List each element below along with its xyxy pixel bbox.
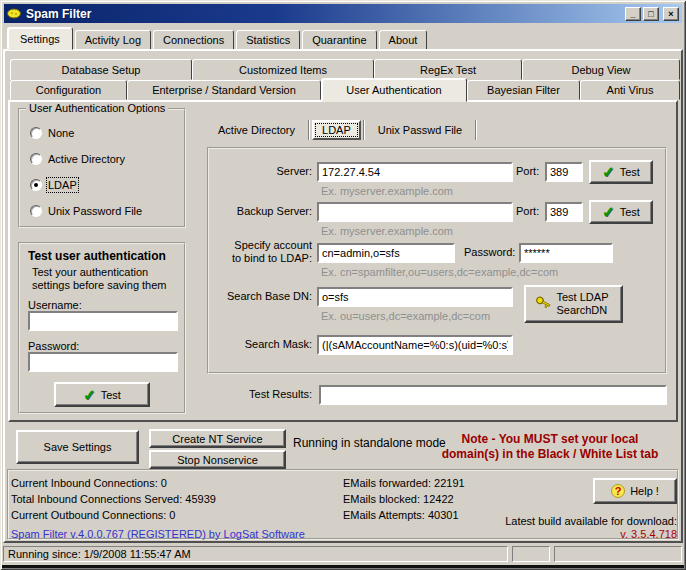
auth-options-title: User Authentication Options [26, 102, 168, 114]
statusbar-panel-3 [554, 546, 682, 562]
search-mask-label: Search Mask: [209, 338, 312, 350]
backup-server-field[interactable] [317, 202, 513, 222]
emails-forwarded: EMails forwarded: 22191 [343, 477, 465, 489]
ldap-form: Server: Port: ✓ Test Ex. myserver.exampl… [207, 147, 667, 374]
window-controls: _ □ × [625, 7, 679, 21]
maximize-icon[interactable]: □ [643, 7, 659, 21]
backup-server-label: Backup Server: [209, 205, 312, 217]
current-inbound-connections: Current Inbound Connections: 0 [11, 477, 167, 489]
tab-about[interactable]: About [379, 30, 428, 50]
tab-unix-passwd-file[interactable]: Unix Passwd File [367, 124, 473, 136]
minimize-icon[interactable]: _ [625, 7, 641, 21]
tab-customized-items[interactable]: Customized Items [192, 59, 374, 80]
check-icon: ✓ [602, 166, 615, 178]
current-outbound-connections: Current Outbound Connections: 0 [11, 509, 176, 521]
statusbar-running-since: Running since: 1/9/2008 11:55:47 AM [3, 546, 508, 562]
tab-anti-virus[interactable]: Anti Virus [580, 80, 680, 100]
username-field[interactable] [28, 311, 178, 331]
test-results-field[interactable] [319, 385, 667, 405]
tab-active-directory[interactable]: Active Directory [207, 124, 306, 136]
sub-tab-row-front: Configuration Enterprise / Standard Vers… [10, 80, 680, 100]
latest-build-version: v. 3.5.4.718 [385, 528, 677, 540]
test-auth-description: Test your authentication settings before… [32, 266, 182, 292]
auth-option-ldap[interactable]: LDAP [30, 178, 77, 192]
backup-port-field[interactable] [545, 202, 583, 222]
tab-activity-log[interactable]: Activity Log [75, 30, 151, 50]
main-tab-bar: Settings Activity Log Connections Statis… [7, 27, 427, 50]
tab-ldap[interactable]: LDAP [312, 120, 361, 140]
search-base-dn-field[interactable] [317, 287, 513, 307]
server-port-label: Port: [516, 165, 539, 177]
emails-blocked: EMails blocked: 12422 [343, 493, 454, 505]
server-field[interactable] [317, 162, 513, 182]
radio-icon [30, 153, 42, 165]
bind-account-label-line2: to bind to LDAP: [209, 252, 312, 264]
registered-version-text: Spam Filter v.4.0.0.767 (REGISTERED) by … [11, 528, 305, 540]
close-icon[interactable]: × [663, 7, 679, 21]
window-title: Spam Filter [26, 7, 625, 21]
tab-database-setup[interactable]: Database Setup [10, 59, 192, 80]
divider [363, 120, 365, 140]
tab-statistics[interactable]: Statistics [236, 30, 300, 50]
server-label: Server: [209, 165, 312, 177]
basedn-hint: Ex. ou=users,dc=example,dc=com [321, 310, 490, 322]
divider [475, 120, 477, 140]
test-auth-title: Test user authentication [28, 249, 166, 263]
tab-enterprise-standard[interactable]: Enterprise / Standard Version [127, 80, 321, 100]
auth-options-group: User Authentication Options None Active … [18, 108, 186, 228]
sub-tab-row-back: Database Setup Customized Items RegEx Te… [10, 59, 680, 80]
test-backup-button[interactable]: ✓ Test [589, 200, 653, 224]
bind-account-label-line1: Specify account [209, 239, 312, 251]
total-inbound-connections: Total Inbound Connections Served: 45939 [11, 493, 216, 505]
help-icon: ? [611, 484, 625, 498]
test-auth-button[interactable]: ✓ Test [54, 382, 150, 407]
save-settings-button[interactable]: Save Settings [16, 430, 139, 464]
server-hint: Ex. myserver.example.com [321, 185, 453, 197]
password-field[interactable] [28, 352, 178, 372]
bind-hint: Ex. cn=spamfilter,ou=users,dc=example,dc… [321, 266, 558, 278]
stop-nonservice-button[interactable]: Stop Nonservice [149, 450, 286, 469]
statusbar-panel-2 [512, 546, 550, 562]
domain-note: Note - You MUST set your local domain(s)… [425, 432, 675, 462]
search-base-dn-label: Search Base DN: [209, 290, 312, 302]
help-button[interactable]: ? Help ! [593, 478, 677, 504]
settings-page: Database Setup Customized Items RegEx Te… [3, 49, 683, 543]
check-icon: ✓ [602, 206, 615, 218]
radio-icon [30, 205, 42, 217]
tab-connections[interactable]: Connections [153, 30, 234, 50]
tab-regex-test[interactable]: RegEx Test [374, 59, 522, 80]
user-authentication-page: User Authentication Options None Active … [8, 100, 678, 422]
server-port-field[interactable] [545, 162, 583, 182]
bind-password-field[interactable] [519, 243, 613, 263]
tab-quarantine[interactable]: Quarantine [302, 30, 376, 50]
tab-debug-view[interactable]: Debug View [522, 59, 680, 80]
check-icon: ✓ [83, 389, 96, 401]
tab-bayesian-filter[interactable]: Bayesian Filter [467, 80, 580, 100]
test-server-button[interactable]: ✓ Test [589, 160, 653, 184]
auth-option-none[interactable]: None [30, 126, 74, 140]
backup-hint: Ex. myserver.example.com [321, 225, 453, 237]
tab-user-authentication[interactable]: User Authentication [321, 78, 467, 102]
radio-icon [30, 127, 42, 139]
search-mask-field[interactable] [317, 335, 513, 355]
key-icon [535, 295, 552, 313]
test-ldap-searchdn-button[interactable]: Test LDAP SearchDN [524, 285, 623, 323]
password-label: Password: [28, 340, 79, 352]
create-nt-service-button[interactable]: Create NT Service [149, 429, 286, 448]
spam-filter-window: Spam Filter _ □ × Settings Activity Log … [0, 0, 686, 570]
backup-port-label: Port: [516, 205, 539, 217]
tab-configuration[interactable]: Configuration [10, 80, 127, 100]
app-icon [7, 7, 22, 20]
radio-icon [30, 179, 42, 191]
auth-option-active-directory[interactable]: Active Directory [30, 152, 125, 166]
auth-option-unix-password-file[interactable]: Unix Password File [30, 204, 142, 218]
bind-password-label: Password: [464, 246, 515, 258]
titlebar: Spam Filter _ □ × [4, 4, 682, 23]
tab-settings[interactable]: Settings [7, 27, 73, 50]
divider [308, 120, 310, 140]
test-results-label: Test Results: [210, 388, 312, 400]
ldap-tab-bar: Active Directory LDAP Unix Passwd File [207, 117, 479, 143]
standalone-mode-text: Running in standalone mode [293, 436, 446, 450]
bind-account-field[interactable] [317, 243, 455, 263]
test-auth-group: Test user authentication Test your authe… [18, 242, 186, 414]
